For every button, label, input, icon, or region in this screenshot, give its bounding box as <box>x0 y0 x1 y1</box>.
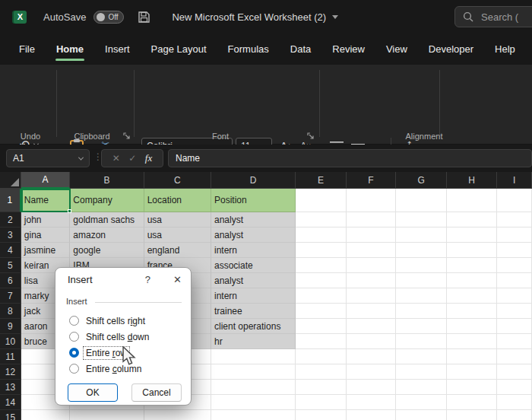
name-box[interactable]: A1 <box>6 149 90 167</box>
cell-I7[interactable] <box>497 288 532 304</box>
cell-C1[interactable]: Location <box>144 189 211 212</box>
cell-I10[interactable] <box>497 334 532 349</box>
cell-D6[interactable]: analyst <box>211 273 296 288</box>
cell-A1[interactable]: Name <box>21 189 71 212</box>
cell-H11[interactable] <box>447 349 498 364</box>
tab-file[interactable]: File <box>18 40 36 58</box>
row-header-8[interactable]: 8 <box>0 304 21 319</box>
cell-G7[interactable] <box>396 288 447 304</box>
cell-H10[interactable] <box>447 334 498 349</box>
cell-A4[interactable]: jasmine <box>21 243 71 258</box>
search-box[interactable]: Search ( <box>454 6 532 27</box>
close-icon[interactable]: ✕ <box>173 274 182 285</box>
cell-H15[interactable] <box>447 410 498 420</box>
column-header-A[interactable]: A <box>21 172 71 189</box>
cell-H9[interactable] <box>447 319 498 334</box>
cell-G15[interactable] <box>396 410 447 420</box>
column-header-E[interactable]: E <box>296 172 347 189</box>
cell-E8[interactable] <box>296 304 347 319</box>
row-header-1[interactable]: 1 <box>0 189 21 212</box>
radio-option-entire-row[interactable]: Entire row <box>69 346 129 359</box>
cell-G10[interactable] <box>396 334 447 349</box>
cell-D1[interactable]: Position <box>211 189 296 212</box>
cell-G5[interactable] <box>396 258 447 273</box>
tab-data[interactable]: Data <box>290 40 312 58</box>
cell-E10[interactable] <box>296 334 347 349</box>
cell-H7[interactable] <box>447 288 498 304</box>
tab-formulas[interactable]: Formulas <box>227 40 270 58</box>
save-button[interactable] <box>138 11 150 24</box>
cell-A15[interactable] <box>21 410 71 420</box>
cell-H12[interactable] <box>447 364 498 380</box>
title-dropdown-icon[interactable] <box>332 15 338 19</box>
cell-E1[interactable] <box>296 189 347 212</box>
cell-D3[interactable]: analyst <box>211 228 296 243</box>
cell-E14[interactable] <box>296 395 347 410</box>
cell-I6[interactable] <box>497 273 532 288</box>
row-header-5[interactable]: 5 <box>0 258 21 273</box>
cell-I5[interactable] <box>497 258 532 273</box>
cell-G2[interactable] <box>396 212 447 228</box>
cell-G4[interactable] <box>396 243 447 258</box>
row-header-10[interactable]: 10 <box>0 334 21 349</box>
column-header-F[interactable]: F <box>347 172 397 189</box>
cell-B3[interactable]: amazon <box>70 228 144 243</box>
cancel-entry-icon[interactable]: ✕ <box>112 153 120 164</box>
cell-F7[interactable] <box>347 288 397 304</box>
cell-F14[interactable] <box>347 395 397 410</box>
cell-D7[interactable]: intern <box>211 288 296 304</box>
cell-A2[interactable]: john <box>21 212 71 228</box>
cell-D4[interactable]: intern <box>211 243 296 258</box>
cell-C4[interactable]: england <box>144 243 211 258</box>
cancel-button[interactable]: Cancel <box>131 383 182 402</box>
row-header-2[interactable]: 2 <box>0 212 21 228</box>
cell-F13[interactable] <box>347 380 397 395</box>
cell-I15[interactable] <box>497 410 532 420</box>
row-header-12[interactable]: 12 <box>0 364 21 380</box>
cell-E2[interactable] <box>296 212 347 228</box>
cell-F2[interactable] <box>347 212 397 228</box>
cell-C3[interactable]: usa <box>144 228 211 243</box>
cell-E7[interactable] <box>296 288 347 304</box>
tab-insert[interactable]: Insert <box>104 40 131 58</box>
tab-help[interactable]: Help <box>494 40 516 58</box>
cell-I3[interactable] <box>497 228 532 243</box>
autosave-toggle[interactable]: Off <box>93 11 124 24</box>
cell-G1[interactable] <box>396 189 447 212</box>
help-icon[interactable]: ? <box>145 274 150 285</box>
row-header-4[interactable]: 4 <box>0 243 21 258</box>
cell-E4[interactable] <box>296 243 347 258</box>
cell-I12[interactable] <box>497 364 532 380</box>
tab-view[interactable]: View <box>385 40 408 58</box>
cell-C2[interactable]: usa <box>144 212 211 228</box>
confirm-entry-icon[interactable]: ✓ <box>128 153 136 164</box>
row-header-15[interactable]: 15 <box>0 410 21 420</box>
cell-I4[interactable] <box>497 243 532 258</box>
cell-I14[interactable] <box>497 395 532 410</box>
cell-F6[interactable] <box>347 273 397 288</box>
cell-D10[interactable]: hr <box>211 334 296 349</box>
tab-review[interactable]: Review <box>331 40 366 58</box>
cell-D11[interactable] <box>211 349 296 364</box>
cell-D12[interactable] <box>211 364 296 380</box>
cell-E9[interactable] <box>296 319 347 334</box>
cell-D15[interactable] <box>211 410 296 420</box>
cell-I1[interactable] <box>497 189 532 212</box>
cell-H3[interactable] <box>447 228 498 243</box>
tab-home[interactable]: Home <box>55 40 84 58</box>
cell-H4[interactable] <box>447 243 498 258</box>
cell-A3[interactable]: gina <box>21 228 71 243</box>
ok-button[interactable]: OK <box>68 383 118 402</box>
cell-F3[interactable] <box>347 228 397 243</box>
cell-C15[interactable] <box>144 410 211 420</box>
cell-E13[interactable] <box>296 380 347 395</box>
cell-H1[interactable] <box>447 189 498 212</box>
cell-E5[interactable] <box>296 258 347 273</box>
cell-H5[interactable] <box>447 258 498 273</box>
cell-B4[interactable]: google <box>70 243 144 258</box>
radio-option-shift-cells-right[interactable]: Shift cells right <box>69 314 147 327</box>
insert-function-icon[interactable]: fx <box>145 152 152 164</box>
cell-D9[interactable]: client operations <box>211 319 296 334</box>
cell-G3[interactable] <box>396 228 447 243</box>
tab-developer[interactable]: Developer <box>428 40 474 58</box>
